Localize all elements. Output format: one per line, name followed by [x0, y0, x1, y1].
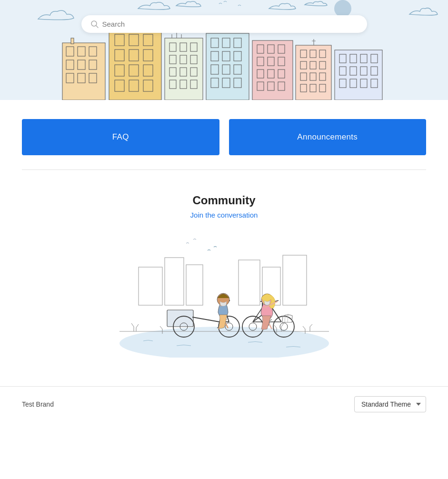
svg-rect-100 — [239, 260, 260, 305]
svg-rect-14 — [109, 29, 161, 100]
city-illustration — [58, 24, 391, 100]
svg-rect-105 — [167, 310, 193, 327]
svg-rect-13 — [71, 38, 74, 44]
search-bar-container — [81, 15, 367, 33]
brand-label: Test Brand — [22, 400, 54, 408]
section-divider — [22, 170, 426, 170]
community-title: Community — [22, 194, 426, 207]
main-content: FAQ Announcements Community Join the con… — [0, 100, 448, 386]
svg-point-131 — [280, 323, 288, 330]
community-illustration — [105, 229, 343, 358]
faq-button[interactable]: FAQ — [22, 119, 219, 155]
svg-rect-56 — [252, 40, 293, 100]
svg-rect-102 — [283, 255, 307, 305]
svg-point-0 — [334, 0, 351, 17]
announcements-button[interactable]: Announcements — [229, 119, 427, 155]
community-section: Community Join the conversation — [22, 184, 426, 386]
svg-rect-98 — [165, 258, 184, 305]
buttons-row: FAQ Announcements — [22, 119, 426, 155]
search-input[interactable] — [102, 20, 358, 28]
join-conversation-link[interactable]: Join the conversation — [190, 211, 258, 219]
svg-line-121 — [272, 308, 281, 322]
svg-rect-97 — [139, 267, 162, 305]
hero-section — [0, 0, 448, 100]
search-bar — [81, 15, 367, 33]
theme-selector: Standard Theme Dark Theme Light Theme — [354, 396, 426, 412]
svg-rect-43 — [206, 33, 249, 100]
search-icon — [91, 20, 99, 28]
theme-select[interactable]: Standard Theme Dark Theme Light Theme — [354, 396, 426, 412]
svg-line-106 — [192, 317, 219, 322]
svg-line-2 — [96, 25, 98, 28]
svg-rect-3 — [62, 43, 105, 100]
footer: Test Brand Standard Theme Dark Theme Lig… — [0, 386, 448, 422]
svg-rect-99 — [186, 265, 203, 305]
